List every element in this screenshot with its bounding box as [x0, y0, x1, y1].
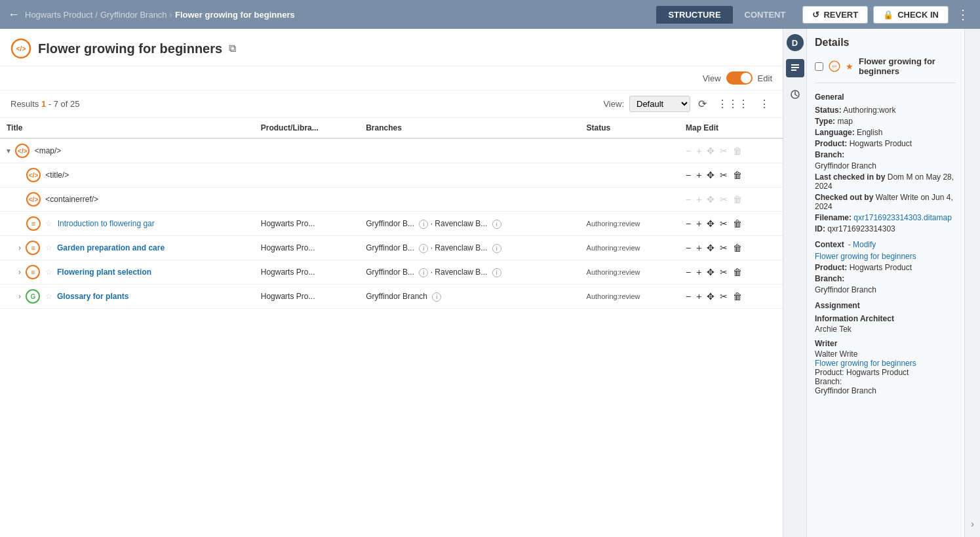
row-label[interactable]: Garden preparation and care: [57, 243, 165, 252]
details-checkbox[interactable]: [815, 62, 823, 71]
details-item-title: Flower growing for beginners: [859, 56, 956, 76]
row-label[interactable]: Flowering plant selection: [57, 268, 151, 277]
side-icons: D: [783, 29, 807, 537]
minus-icon[interactable]: −: [686, 194, 691, 205]
delete-icon[interactable]: 🗑: [733, 170, 742, 180]
row-mapedit-cell: − + ✥ ✂ 🗑: [679, 188, 783, 212]
revert-icon: ↺: [812, 10, 819, 20]
more-view-options-icon[interactable]: ⋮: [756, 96, 772, 111]
plus-icon[interactable]: +: [696, 291, 701, 302]
top-bar: ← Hogwarts Product / Gryffindor Branch ›…: [0, 0, 980, 29]
checked-out-label: Checked out by: [815, 193, 873, 202]
delete-icon[interactable]: 🗑: [733, 218, 742, 229]
tab-content[interactable]: CONTENT: [733, 6, 798, 24]
row-mapedit-cell: − + ✥ ✂ 🗑: [679, 260, 783, 285]
row-status-cell: [580, 138, 679, 163]
move-icon[interactable]: ✥: [707, 146, 715, 156]
refresh-icon[interactable]: ⟳: [696, 96, 709, 111]
checked-out-row: Checked out by Walter Write on Jun 4, 20…: [815, 193, 956, 211]
back-button[interactable]: ←: [8, 8, 20, 22]
move-icon[interactable]: ✥: [707, 267, 715, 277]
move-icon[interactable]: ✥: [707, 218, 715, 229]
context-link[interactable]: Flower growing for beginners: [815, 252, 916, 261]
check-in-button[interactable]: 🔒 CHECK IN: [873, 6, 949, 24]
info-icon-2[interactable]: i: [492, 220, 501, 229]
cut-icon[interactable]: ✂: [720, 243, 728, 253]
move-icon[interactable]: ✥: [707, 170, 715, 180]
cut-icon[interactable]: ✂: [720, 291, 728, 302]
writer-name: Walter Write: [815, 349, 956, 359]
columns-icon[interactable]: ⋮⋮⋮: [715, 96, 751, 111]
row-label[interactable]: Introduction to flowering gar: [58, 219, 155, 228]
move-icon[interactable]: ✥: [707, 243, 715, 253]
breadcrumb-item-2[interactable]: Gryffindor Branch: [100, 10, 167, 20]
star-icon[interactable]: ☆: [45, 292, 52, 301]
expand-icon[interactable]: ▾: [7, 146, 10, 155]
star-icon[interactable]: ☆: [45, 268, 52, 277]
info-icon-2[interactable]: i: [492, 268, 501, 277]
branch-label: Branch:: [815, 150, 844, 159]
modify-context-link[interactable]: - Modify: [848, 240, 876, 249]
info-icon[interactable]: i: [419, 220, 428, 229]
star-icon[interactable]: ☆: [45, 243, 52, 252]
panel-collapse-button[interactable]: ›: [964, 29, 980, 537]
expand-icon[interactable]: ›: [18, 268, 21, 277]
table-row: › ≡ ☆ Garden preparation and care Hogwar…: [0, 236, 783, 260]
writer-product-value: Hogwarts Product: [846, 368, 909, 377]
info-icon[interactable]: i: [419, 244, 428, 253]
minus-icon[interactable]: −: [686, 170, 691, 180]
breadcrumb-sep-1: /: [95, 10, 98, 20]
move-icon[interactable]: ✥: [707, 194, 715, 205]
check-in-label: CHECK IN: [897, 10, 939, 20]
cut-icon[interactable]: ✂: [720, 170, 728, 180]
minus-icon[interactable]: −: [686, 243, 691, 253]
cut-icon[interactable]: ✂: [720, 267, 728, 277]
info-icon[interactable]: i: [419, 268, 428, 277]
revert-button[interactable]: ↺ REVERT: [802, 6, 868, 24]
plus-icon[interactable]: +: [696, 243, 701, 253]
writer-link[interactable]: Flower growing for beginners: [815, 359, 956, 368]
info-icon-2[interactable]: i: [492, 244, 501, 253]
row-branches-cell: [359, 188, 579, 212]
edit-title-icon[interactable]: ⧉: [229, 43, 236, 54]
delete-icon[interactable]: 🗑: [733, 243, 742, 253]
results-bar: Results 1 - 7 of 25 View: Default Compac…: [0, 90, 783, 118]
details-star-icon[interactable]: ★: [846, 62, 853, 71]
expand-icon[interactable]: ›: [18, 243, 21, 252]
delete-icon[interactable]: 🗑: [733, 146, 742, 156]
minus-icon[interactable]: −: [686, 146, 691, 156]
tab-structure[interactable]: STRUCTURE: [656, 6, 732, 24]
minus-icon[interactable]: −: [686, 267, 691, 277]
more-options-button[interactable]: ⋮: [954, 7, 972, 22]
star-icon[interactable]: ☆: [45, 219, 52, 228]
plus-icon[interactable]: +: [696, 170, 701, 180]
plus-icon[interactable]: +: [696, 218, 701, 229]
plus-icon[interactable]: +: [696, 146, 701, 156]
cut-icon[interactable]: ✂: [720, 146, 728, 156]
minus-icon[interactable]: −: [686, 291, 691, 302]
table-row: ≡ ☆ Introduction to flowering gar Hogwar…: [0, 212, 783, 236]
delete-icon[interactable]: 🗑: [733, 291, 742, 302]
delete-icon[interactable]: 🗑: [733, 194, 742, 205]
view-select[interactable]: Default Compact Expanded: [629, 96, 690, 112]
history-panel-icon[interactable]: [786, 85, 804, 104]
info-icon[interactable]: i: [432, 292, 441, 302]
filename-value-text[interactable]: qxr1716923314303.ditamap: [853, 213, 951, 222]
delete-icon[interactable]: 🗑: [733, 267, 742, 277]
plus-icon[interactable]: +: [696, 267, 701, 277]
view-edit-toggle[interactable]: [726, 71, 753, 85]
minus-icon[interactable]: −: [686, 218, 691, 229]
details-header: </> ★ Flower growing for beginners: [815, 56, 956, 83]
breadcrumb-item-1[interactable]: Hogwarts Product: [25, 10, 92, 20]
cut-icon[interactable]: ✂: [720, 194, 728, 205]
cut-icon[interactable]: ✂: [720, 218, 728, 229]
status-badge: Authoring:review: [587, 268, 640, 276]
plus-icon[interactable]: +: [696, 194, 701, 205]
row-branches-cell: [359, 163, 579, 188]
row-label[interactable]: Glossary for plants: [57, 292, 128, 301]
row-mapedit-cell: − + ✥ ✂ 🗑: [679, 163, 783, 188]
view-select-label: View:: [603, 99, 624, 109]
expand-icon[interactable]: ›: [18, 292, 21, 301]
move-icon[interactable]: ✥: [707, 291, 715, 302]
details-panel-icon[interactable]: [786, 59, 804, 77]
